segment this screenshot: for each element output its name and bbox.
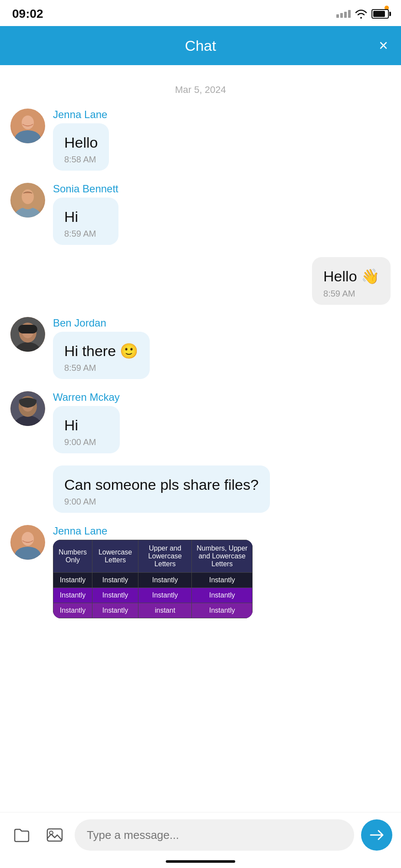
- table-cell: Instantly: [92, 573, 138, 588]
- bubble-time: 8:59 AM: [64, 363, 138, 373]
- svg-point-2: [22, 116, 34, 129]
- bubble-text: Can someone pls share files?: [64, 475, 259, 494]
- table-cell: Instantly: [138, 588, 192, 603]
- bubble-text: Hello 👋: [323, 267, 379, 286]
- table-cell: Instantly: [138, 573, 192, 588]
- avatar-face-jenna2: [10, 525, 45, 560]
- bubble-jenna-1: Hello 8:58 AM: [53, 123, 109, 171]
- header-title: Chat: [185, 37, 216, 54]
- sender-name-sonia: Sonia Bennett: [53, 183, 118, 195]
- table-header: Numbers, Upper and Lowercase Letters: [192, 540, 253, 573]
- avatar-face-warren: [10, 391, 45, 426]
- table-cell: Instantly: [192, 588, 253, 603]
- table-cell: Instantly: [192, 573, 253, 588]
- bubble-text: Hello: [64, 133, 98, 152]
- sender-content: Jenna Lane Numbers Only Lowercase Letter…: [53, 525, 253, 618]
- svg-point-17: [22, 532, 34, 546]
- avatar-face-ben: [10, 317, 45, 352]
- table-cell: Instantly: [53, 588, 92, 603]
- wifi-icon: [355, 9, 367, 19]
- message-input-wrap[interactable]: [75, 819, 354, 851]
- table-header: Upper and Lowercase Letters: [138, 540, 192, 573]
- send-button[interactable]: [361, 819, 392, 851]
- avatar-face-jenna: [10, 109, 45, 143]
- avatar-jenna-2: [10, 525, 45, 560]
- battery-fill: [373, 11, 385, 17]
- message-group-ben: Ben Jordan Hi there 🙂 8:59 AM: [10, 317, 391, 379]
- send-icon: [369, 827, 385, 843]
- sender-row: Sonia Bennett Hi 8:59 AM: [10, 183, 118, 245]
- avatar-ben: [10, 317, 45, 352]
- bubble-ben: Hi there 🙂 8:59 AM: [53, 332, 150, 379]
- bubble-text: Hi: [64, 207, 107, 226]
- sender-row: Warren Mckay Hi 9:00 AM: [10, 391, 120, 453]
- sender-content: Ben Jordan Hi there 🙂 8:59 AM: [53, 317, 150, 379]
- status-icons: [336, 9, 389, 19]
- table-cell: Instantly: [192, 603, 253, 618]
- table-header: Numbers Only: [53, 540, 92, 573]
- bubble-text: Hi: [64, 416, 108, 435]
- home-indicator: [166, 860, 235, 863]
- table-cell: Instantly: [53, 603, 92, 618]
- sender-name-ben: Ben Jordan: [53, 317, 150, 329]
- file-button[interactable]: [9, 822, 35, 848]
- bubble-outgoing: Hello 👋 8:59 AM: [312, 257, 391, 304]
- message-group-outgoing: Hello 👋 8:59 AM: [10, 257, 391, 304]
- shared-image-bubble: Numbers Only Lowercase Letters Upper and…: [53, 540, 253, 618]
- svg-rect-10: [18, 325, 37, 333]
- status-bar: 09:02: [0, 0, 401, 26]
- bottom-bar: [0, 812, 401, 868]
- message-group-jenna-2: Jenna Lane Numbers Only Lowercase Letter…: [10, 525, 391, 618]
- shared-table: Numbers Only Lowercase Letters Upper and…: [53, 540, 253, 618]
- sender-name-warren: Warren Mckay: [53, 391, 120, 403]
- chat-area: Mar 5, 2024 Jenna Lane Hello 8:58 AM: [0, 65, 401, 688]
- chat-header: Chat ×: [0, 26, 401, 65]
- sender-content: Jenna Lane Hello 8:58 AM: [53, 109, 109, 171]
- signal-icon: [336, 10, 351, 18]
- avatar-warren: [10, 391, 45, 426]
- avatar-face-sonia: [10, 183, 45, 218]
- table-cell: Instantly: [53, 573, 92, 588]
- battery-icon: [371, 9, 389, 19]
- sender-row: Ben Jordan Hi there 🙂 8:59 AM: [10, 317, 150, 379]
- avatar-jenna: [10, 109, 45, 143]
- svg-point-1: [15, 130, 41, 143]
- message-group-warren: Warren Mckay Hi 9:00 AM: [10, 391, 391, 453]
- date-separator: Mar 5, 2024: [10, 84, 391, 96]
- bubble-time: 9:00 AM: [64, 497, 259, 507]
- message-group-sonia: Sonia Bennett Hi 8:59 AM: [10, 183, 391, 245]
- sender-content: Warren Mckay Hi 9:00 AM: [53, 391, 120, 453]
- sender-row: Jenna Lane Numbers Only Lowercase Letter…: [10, 525, 253, 618]
- sender-name-jenna-2: Jenna Lane: [53, 525, 253, 537]
- svg-point-16: [15, 547, 41, 560]
- message-group-jenna-1: Jenna Lane Hello 8:58 AM: [10, 109, 391, 171]
- svg-rect-18: [47, 829, 62, 841]
- table-cell: Instantly: [92, 603, 138, 618]
- message-input[interactable]: [87, 828, 342, 842]
- bubble-system: Can someone pls share files? 9:00 AM: [53, 465, 270, 513]
- bubble-text: Hi there 🙂: [64, 341, 138, 360]
- avatar-sonia: [10, 183, 45, 218]
- table-cell: Instantly: [92, 588, 138, 603]
- folder-icon: [12, 825, 31, 845]
- bubble-time: 8:58 AM: [64, 155, 98, 165]
- sender-row: Jenna Lane Hello 8:58 AM: [10, 109, 109, 171]
- sender-content: Sonia Bennett Hi 8:59 AM: [53, 183, 118, 245]
- image-button[interactable]: [42, 822, 68, 848]
- bubble-warren: Hi 9:00 AM: [53, 406, 120, 453]
- close-button[interactable]: ×: [379, 38, 388, 53]
- bubble-time: 8:59 AM: [64, 229, 107, 239]
- bubble-time: 9:00 AM: [64, 437, 108, 447]
- table-header: Lowercase Letters: [92, 540, 138, 573]
- system-message: Can someone pls share files? 9:00 AM: [53, 465, 391, 513]
- table-cell: instant: [138, 603, 192, 618]
- sender-name-jenna: Jenna Lane: [53, 109, 109, 121]
- bubble-time: 8:59 AM: [323, 289, 379, 299]
- image-icon: [45, 825, 64, 845]
- bubble-sonia: Hi 8:59 AM: [53, 198, 118, 245]
- status-time: 09:02: [12, 7, 43, 21]
